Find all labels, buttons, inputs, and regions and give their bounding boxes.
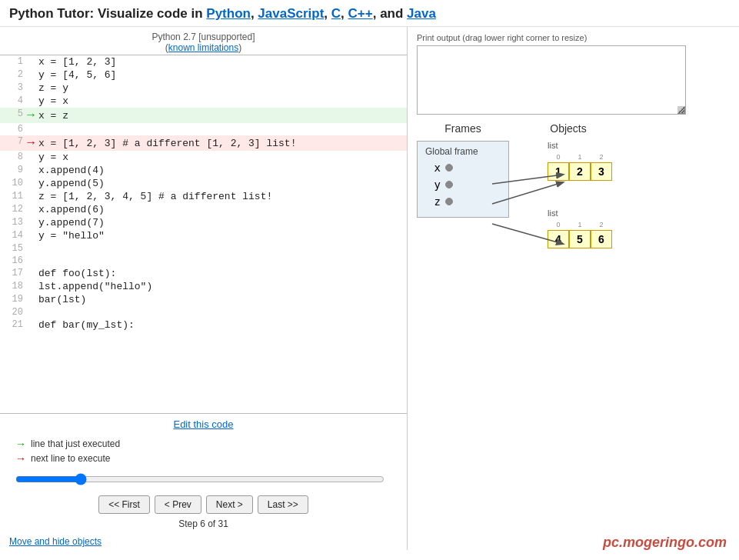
line-num-11: 11 bbox=[0, 190, 23, 203]
next-button[interactable]: Next > bbox=[206, 495, 253, 514]
list-cell-1-2: 2 3 bbox=[591, 152, 612, 181]
legend-green-arrow: → bbox=[15, 438, 26, 450]
known-limitations-link[interactable]: known limitations bbox=[168, 42, 238, 53]
cpp-link[interactable]: C++ bbox=[348, 6, 373, 21]
output-box[interactable] bbox=[417, 45, 686, 115]
code-line-15: 15 bbox=[0, 242, 407, 255]
watermark: pc.mogeringo.com bbox=[603, 535, 727, 551]
line-code-1: x = [1, 2, 3] bbox=[38, 55, 407, 68]
frame-var-z: z bbox=[425, 195, 441, 208]
move-hide-link[interactable]: Move and hide objects bbox=[9, 536, 102, 547]
output-label: Print output (drag lower right corner to… bbox=[417, 33, 730, 42]
line-code-15 bbox=[38, 242, 407, 255]
cell-idx-2-1: 1 bbox=[569, 219, 591, 230]
frame-row-x: x bbox=[425, 162, 501, 174]
cell-idx-1-0: 0 bbox=[548, 152, 569, 162]
red-arrow-icon: → bbox=[27, 136, 35, 150]
code-line-19: 19 bar(lst) bbox=[0, 293, 407, 306]
objects-section: list 0 1 1 2 bbox=[548, 141, 612, 248]
code-line-12: 12x.append(6) bbox=[0, 203, 407, 216]
list-cell-2-2: 2 6 bbox=[591, 219, 612, 248]
code-line-16: 16 bbox=[0, 255, 407, 267]
frame-dot-y bbox=[445, 181, 453, 188]
line-arrow-10 bbox=[23, 177, 38, 190]
line-num-17: 17 bbox=[0, 267, 23, 280]
code-line-9: 9x.append(4) bbox=[0, 164, 407, 177]
page-header: Python Tutor: Visualize code in Python, … bbox=[0, 0, 739, 27]
line-arrow-20 bbox=[23, 306, 38, 318]
line-arrow-21 bbox=[23, 318, 38, 332]
code-line-10: 10y.append(5) bbox=[0, 177, 407, 190]
line-code-11: z = [1, 2, 3, 4, 5] # a different list! bbox=[38, 190, 407, 203]
frames-section: Frames Global frame x y z bbox=[417, 122, 509, 218]
list-cell-2-1: 1 5 bbox=[569, 219, 591, 248]
line-num-9: 9 bbox=[0, 164, 23, 177]
cell-idx-1-2: 2 bbox=[591, 152, 612, 162]
line-num-13: 13 bbox=[0, 216, 23, 229]
edit-code-link[interactable]: Edit this code bbox=[173, 418, 233, 430]
line-code-4: y = x bbox=[38, 95, 407, 108]
list-obj-2: list 0 4 1 5 bbox=[548, 208, 612, 248]
line-code-2: y = [4, 5, 6] bbox=[38, 68, 407, 82]
line-num-20: 20 bbox=[0, 306, 23, 318]
code-line-6: 6 bbox=[0, 123, 407, 135]
code-container[interactable]: 1x = [1, 2, 3]2y = [4, 5, 6]3z = y4y = x… bbox=[0, 55, 407, 414]
python-link[interactable]: Python bbox=[206, 6, 251, 21]
line-code-7: x = [1, 2, 3] # a different [1, 2, 3] li… bbox=[38, 135, 407, 151]
python-version: Python 2.7 [unsupported] bbox=[151, 32, 255, 42]
line-code-13: y.append(7) bbox=[38, 216, 407, 229]
list-obj-1: list 0 1 1 2 bbox=[548, 141, 612, 181]
line-code-8: y = x bbox=[38, 151, 407, 164]
slider-row bbox=[0, 470, 407, 491]
code-line-7: 7→x = [1, 2, 3] # a different [1, 2, 3] … bbox=[0, 135, 407, 151]
step-info: Step 6 of 31 bbox=[0, 518, 407, 532]
java-link[interactable]: Java bbox=[407, 6, 436, 21]
javascript-link[interactable]: JavaScript bbox=[258, 6, 324, 21]
code-line-1: 1x = [1, 2, 3] bbox=[0, 55, 407, 68]
line-code-21: def bar(my_lst): bbox=[38, 318, 407, 332]
line-num-14: 14 bbox=[0, 229, 23, 242]
output-resize-corner[interactable] bbox=[677, 106, 685, 114]
list-cell-1-0: 0 1 bbox=[548, 152, 569, 181]
line-arrow-3 bbox=[23, 82, 38, 95]
legend: → line that just executed → next line to… bbox=[0, 435, 407, 470]
list-cell-2-0: 0 4 bbox=[548, 219, 569, 248]
line-num-6: 6 bbox=[0, 123, 23, 135]
line-arrow-18 bbox=[23, 280, 38, 293]
line-arrow-12 bbox=[23, 203, 38, 216]
code-line-5: 5→x = z bbox=[0, 108, 407, 123]
code-line-2: 2y = [4, 5, 6] bbox=[0, 68, 407, 82]
c-link[interactable]: C bbox=[331, 6, 341, 21]
frame-row-y: y bbox=[425, 178, 501, 191]
code-line-3: 3z = y bbox=[0, 82, 407, 95]
cell-idx-1-1: 1 bbox=[569, 152, 591, 162]
code-line-17: 17def foo(lst): bbox=[0, 267, 407, 280]
right-panel: Print output (drag lower right corner to… bbox=[408, 27, 739, 550]
nav-buttons: << First < Prev Next > Last >> bbox=[0, 491, 407, 518]
list-cells-1: 0 1 1 2 2 3 bbox=[548, 152, 612, 181]
line-code-14: y = "hello" bbox=[38, 229, 407, 242]
line-num-1: 1 bbox=[0, 55, 23, 68]
line-num-15: 15 bbox=[0, 242, 23, 255]
last-button[interactable]: Last >> bbox=[258, 495, 308, 514]
main-layout: Python 2.7 [unsupported] (known limitati… bbox=[0, 27, 739, 550]
line-arrow-17 bbox=[23, 267, 38, 280]
code-line-14: 14y = "hello" bbox=[0, 229, 407, 242]
code-line-20: 20 bbox=[0, 306, 407, 318]
line-arrow-6 bbox=[23, 123, 38, 135]
legend-red: → next line to execute bbox=[15, 452, 391, 465]
line-arrow-5: → bbox=[23, 108, 38, 123]
code-line-11: 11z = [1, 2, 3, 4, 5] # a different list… bbox=[0, 190, 407, 203]
line-num-5: 5 bbox=[0, 108, 23, 123]
step-slider[interactable] bbox=[15, 473, 384, 485]
prev-button[interactable]: < Prev bbox=[155, 495, 201, 514]
frame-dot-x bbox=[445, 164, 453, 172]
line-num-7: 7 bbox=[0, 135, 23, 151]
line-code-17: def foo(lst): bbox=[38, 267, 407, 280]
line-num-21: 21 bbox=[0, 318, 23, 332]
first-button[interactable]: << First bbox=[98, 495, 150, 514]
line-arrow-8 bbox=[23, 151, 38, 164]
cell-val-2-2: 6 bbox=[591, 230, 612, 248]
frames-label: Frames bbox=[417, 122, 509, 135]
cell-val-2-0: 4 bbox=[548, 230, 569, 248]
